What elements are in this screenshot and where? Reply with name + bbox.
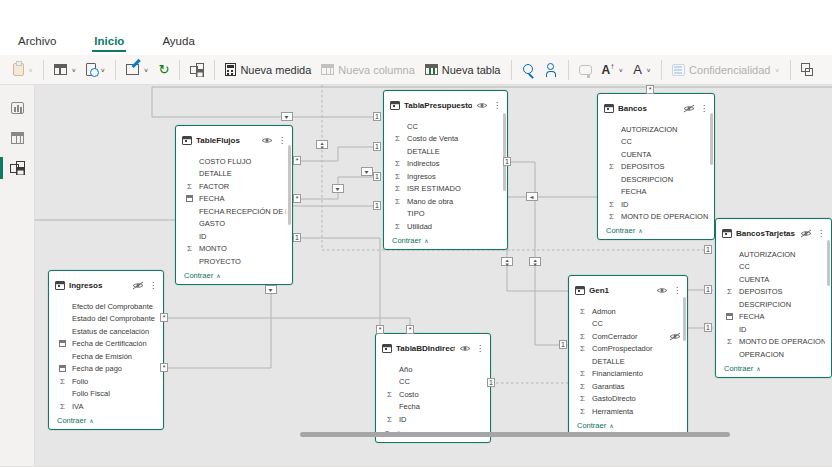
entity-table-Gen1[interactable]: Gen1 ⋮ Σ Admon CC Σ ComCerrador Σ ComPro… xyxy=(568,275,688,435)
field-row[interactable]: Σ Folio xyxy=(49,375,163,388)
more-options-icon[interactable]: ⋮ xyxy=(148,281,158,290)
table-scrollbar[interactable] xyxy=(827,240,830,286)
field-row[interactable]: Σ Ingresos xyxy=(384,170,507,183)
field-row[interactable]: FECHA RECEPCIÓN DE FLUJO xyxy=(176,205,292,218)
new-table-button[interactable]: Nueva tabla xyxy=(420,61,506,79)
entity-table-TableFlujos[interactable]: TableFlujos ⋮ COSTO FLUJO DETALLE Σ FACT… xyxy=(175,125,293,285)
field-row[interactable]: Fecha de pago xyxy=(49,363,163,376)
field-row[interactable]: Σ Mano de obra xyxy=(384,195,507,208)
eye-icon[interactable] xyxy=(261,131,273,149)
linguistic-schema-button[interactable]: A↑ ∨ xyxy=(597,59,629,80)
recent-sources-button[interactable]: ∨ xyxy=(81,60,110,79)
manage-relationships-button[interactable] xyxy=(185,60,209,79)
collapse-link[interactable]: Contraer ∧ xyxy=(49,414,163,429)
get-data-button[interactable]: ∨ xyxy=(49,61,81,78)
field-row[interactable]: Σ MONTO xyxy=(176,243,292,256)
field-row[interactable]: Σ MONTO DE OPERACION xyxy=(598,211,714,224)
eye-icon[interactable] xyxy=(459,339,471,357)
field-row[interactable]: Estado del Comprobante xyxy=(49,313,163,326)
field-row[interactable]: CC xyxy=(598,136,714,149)
field-row[interactable]: TIPO xyxy=(384,208,507,221)
sensitivity-button[interactable]: Confidencialidad ∨ xyxy=(667,61,784,79)
text-format-button[interactable]: A ∨ xyxy=(628,59,656,80)
entity-table-TablaBDIndirectos[interactable]: TablaBDIndirectos ⋮ Año CC Σ Costo Fecha… xyxy=(375,333,491,443)
field-row[interactable]: Folio Fiscal xyxy=(49,388,163,401)
field-row[interactable]: FECHA xyxy=(176,193,292,206)
model-canvas[interactable]: TableFlujos ⋮ COSTO FLUJO DETALLE Σ FACT… xyxy=(35,85,832,466)
field-row[interactable]: Σ Costo de Venta xyxy=(384,133,507,146)
entity-table-BancosTarjetas[interactable]: BancosTarjetas ⋮ AUTORIZACION CC CUENTA … xyxy=(715,218,832,378)
field-row[interactable]: COSTO FLUJO xyxy=(176,155,292,168)
field-row[interactable]: Σ Financiamiento xyxy=(569,368,687,381)
comments-button[interactable] xyxy=(574,62,597,78)
field-row[interactable]: Σ Indirectos xyxy=(384,158,507,171)
new-column-button[interactable]: Nueva columna xyxy=(316,61,419,79)
field-row[interactable]: Σ FACTOR xyxy=(176,180,292,193)
field-row[interactable]: Σ Utilidad xyxy=(384,220,507,233)
entity-header[interactable]: Gen1 ⋮ xyxy=(569,276,687,303)
field-row[interactable]: Fecha de Certificación xyxy=(49,338,163,351)
model-view-button[interactable] xyxy=(0,153,35,183)
field-row[interactable]: Σ ComProspectador xyxy=(569,343,687,356)
field-row[interactable]: Σ ISR ESTIMADO xyxy=(384,183,507,196)
field-row[interactable]: DETALLE xyxy=(384,145,507,158)
field-row[interactable]: Σ ID xyxy=(598,198,714,211)
field-row[interactable]: Σ ComCerrador xyxy=(569,330,687,343)
field-row[interactable]: Fecha de Emisión xyxy=(49,350,163,363)
data-view-button[interactable] xyxy=(0,123,35,153)
eye-icon[interactable] xyxy=(476,96,488,114)
field-row[interactable]: ID xyxy=(176,230,292,243)
collapse-link[interactable]: Contraer ∧ xyxy=(716,362,831,377)
field-row[interactable]: GASTO xyxy=(176,218,292,231)
entity-header[interactable]: TablaPresupuesto ⋮ xyxy=(384,91,507,118)
field-row[interactable]: Σ Costo xyxy=(376,388,490,401)
view-as-button[interactable] xyxy=(541,60,563,80)
report-view-button[interactable] xyxy=(0,93,35,123)
paste-button[interactable]: ∨ xyxy=(8,60,38,79)
field-row[interactable]: FECHA xyxy=(716,311,831,324)
eye-icon[interactable] xyxy=(656,281,668,299)
more-options-icon[interactable]: ⋮ xyxy=(816,229,826,238)
more-options-icon[interactable]: ⋮ xyxy=(475,344,485,353)
manage-roles-button[interactable] xyxy=(517,60,541,80)
field-row[interactable]: AUTORIZACION xyxy=(598,123,714,136)
field-row[interactable]: Σ MONTO DE OPERACION xyxy=(716,336,831,349)
field-row[interactable]: Efecto del Comprobante xyxy=(49,300,163,313)
field-row[interactable]: Σ ID xyxy=(376,413,490,426)
field-row[interactable]: ID xyxy=(716,323,831,336)
field-row[interactable]: DESCRIPCION xyxy=(598,173,714,186)
field-row[interactable]: Σ Garantias xyxy=(569,380,687,393)
field-row[interactable]: Estatus de cancelación xyxy=(49,325,163,338)
field-row[interactable]: AUTORIZACION xyxy=(716,248,831,261)
more-options-icon[interactable]: ⋮ xyxy=(699,104,709,113)
more-options-icon[interactable]: ⋮ xyxy=(277,136,287,145)
hidden-eye-icon[interactable] xyxy=(683,99,695,117)
field-row[interactable]: OPERACION xyxy=(716,348,831,361)
transform-data-button[interactable]: ∨ xyxy=(121,61,153,78)
field-row[interactable]: CUENTA xyxy=(716,273,831,286)
menu-archivo[interactable]: Archivo xyxy=(18,35,56,55)
field-row[interactable]: DETALLE xyxy=(569,355,687,368)
hidden-eye-icon[interactable] xyxy=(132,276,144,294)
entity-header[interactable]: Bancos ⋮ xyxy=(598,94,714,121)
entity-header[interactable]: Ingresos ⋮ xyxy=(49,271,163,298)
table-scrollbar[interactable] xyxy=(683,297,686,341)
field-row[interactable]: Σ IVA xyxy=(49,400,163,413)
collapse-link[interactable]: Contraer ∧ xyxy=(176,269,292,284)
field-row[interactable]: FECHA xyxy=(598,186,714,199)
horizontal-scrollbar[interactable] xyxy=(300,432,730,437)
entity-table-Bancos[interactable]: Bancos ⋮ AUTORIZACION CC CUENTA Σ DEPOSI… xyxy=(597,93,715,240)
field-row[interactable]: DESCRIPCION xyxy=(716,298,831,311)
field-row[interactable]: Σ DEPOSITOS xyxy=(716,286,831,299)
more-options-icon[interactable]: ⋮ xyxy=(672,286,682,295)
entity-header[interactable]: TablaBDIndirectos ⋮ xyxy=(376,334,490,361)
field-row[interactable]: Año xyxy=(376,363,490,376)
more-options-icon[interactable]: ⋮ xyxy=(492,101,502,110)
optimize-button[interactable] xyxy=(796,60,818,79)
entity-header[interactable]: BancosTarjetas ⋮ xyxy=(716,219,831,246)
field-row[interactable]: Σ GastoDirecto xyxy=(569,393,687,406)
menu-ayuda[interactable]: Ayuda xyxy=(162,35,194,55)
collapse-link[interactable]: Contraer ∧ xyxy=(384,234,507,249)
entity-header[interactable]: TableFlujos ⋮ xyxy=(176,126,292,153)
field-row[interactable]: DETALLE xyxy=(176,168,292,181)
